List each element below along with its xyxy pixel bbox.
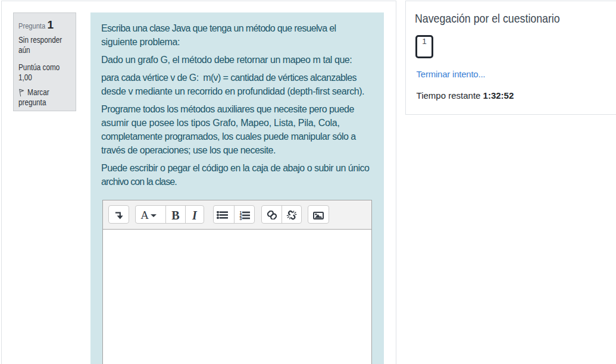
svg-text:3: 3 [239, 216, 242, 220]
